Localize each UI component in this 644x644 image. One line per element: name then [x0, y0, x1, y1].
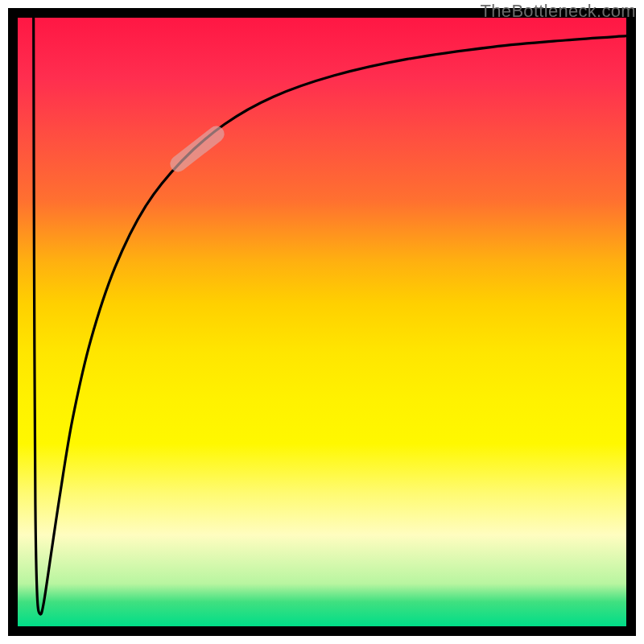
plot-area	[8, 8, 636, 636]
watermark-text: TheBottleneck.com	[481, 1, 636, 22]
chart-container: TheBottleneck.com	[0, 0, 644, 644]
bottleneck-curve	[18, 18, 626, 626]
